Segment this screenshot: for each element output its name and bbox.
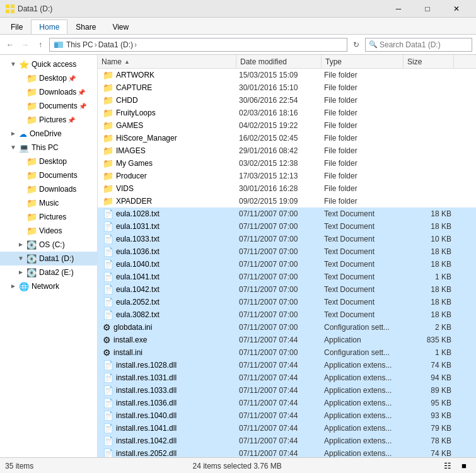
file-size: 18 KB <box>406 209 456 218</box>
file-date: 02/03/2016 18:16 <box>239 108 324 117</box>
col-header-type[interactable]: Type <box>322 55 403 68</box>
nav-downloads-quick[interactable]: 📁 Downloads 📌 <box>0 85 97 99</box>
file-name-cell: 📄 eula.1031.txt <box>100 221 239 231</box>
view-controls: ☷ ■ <box>441 459 471 473</box>
table-row[interactable]: 📁 Producer 17/03/2015 12:13 File folder <box>98 170 476 182</box>
table-row[interactable]: 📁 CHDD 30/06/2016 22:54 File folder <box>98 94 476 107</box>
table-row[interactable]: 📄 eula.1028.txt 07/11/2007 07:00 Text Do… <box>98 207 476 220</box>
table-row[interactable]: 📁 FruityLoops 02/03/2016 18:16 File fold… <box>98 107 476 119</box>
column-headers: Name ▲ Date modified Type Size <box>98 55 476 69</box>
file-icon: 📄 <box>103 221 113 231</box>
drive-icon: 💽 <box>26 240 37 250</box>
svg-rect-3 <box>11 9 15 13</box>
nav-documents-quick[interactable]: 📁 Documents 📌 <box>0 99 97 113</box>
nav-desktop-quick[interactable]: 📁 Desktop 📌 <box>0 71 97 85</box>
file-name-cell: 📁 XPADDER <box>100 196 239 206</box>
main-layout: ▼ ⭐ Quick access 📁 Desktop 📌 📁 Downloads… <box>0 55 476 457</box>
up-button[interactable]: ↑ <box>34 38 47 51</box>
file-type: Application extens... <box>324 361 406 370</box>
nav-onedrive[interactable]: ► ☁ OneDrive <box>0 127 97 141</box>
table-row[interactable]: ⚙ install.exe 07/11/2007 07:44 Applicati… <box>98 334 476 346</box>
table-row[interactable]: 📄 install.res.1041.dll 07/11/2007 07:44 … <box>98 422 476 435</box>
file-type: Application <box>324 336 406 344</box>
large-icons-view-button[interactable]: ■ <box>457 459 471 473</box>
table-row[interactable]: 📁 My Games 03/02/2015 12:38 File folder <box>98 157 476 170</box>
table-row[interactable]: 📄 eula.3082.txt 07/11/2007 07:00 Text Do… <box>98 308 476 321</box>
table-row[interactable]: 📄 install.res.1042.dll 07/11/2007 07:44 … <box>98 435 476 447</box>
table-row[interactable]: 📁 XPADDER 09/02/2015 19:09 File folder <box>98 195 476 207</box>
file-name: eula.1033.txt <box>116 235 160 243</box>
table-row[interactable]: 📄 install.res.1040.dll 07/11/2007 07:44 … <box>98 409 476 422</box>
table-row[interactable]: 📁 GAMES 04/02/2015 19:22 File folder <box>98 119 476 132</box>
file-icon: 📄 <box>103 310 113 320</box>
expand-icon <box>18 172 25 179</box>
nav-pictures-pc[interactable]: 📁 Pictures <box>0 210 97 224</box>
back-button[interactable]: ← <box>4 38 16 51</box>
table-row[interactable]: ⚙ install.ini 07/11/2007 07:00 Configura… <box>98 346 476 359</box>
file-size: 18 KB <box>406 247 456 256</box>
nav-downloads-pc[interactable]: 📁 Downloads <box>0 182 97 196</box>
tab-home[interactable]: Home <box>31 20 67 34</box>
nav-videos[interactable]: 📁 Videos <box>0 224 97 238</box>
file-name: eula.2052.txt <box>116 298 160 307</box>
path-data1: Data1 (D:) <box>98 40 133 49</box>
table-row[interactable]: 📁 ARTWORK 15/03/2015 15:09 File folder <box>98 69 476 81</box>
table-row[interactable]: 📄 install.res.1033.dll 07/11/2007 07:44 … <box>98 384 476 397</box>
expand-icon <box>18 158 25 165</box>
nav-music[interactable]: 📁 Music <box>0 196 97 210</box>
expand-icon: ► <box>10 130 18 137</box>
nav-drive-e[interactable]: ► 💽 Data2 (E:) <box>0 266 97 279</box>
table-row[interactable]: 📄 eula.2052.txt 07/11/2007 07:00 Text Do… <box>98 296 476 308</box>
table-row[interactable]: 📄 eula.1042.txt 07/11/2007 07:00 Text Do… <box>98 283 476 296</box>
nav-documents-pc[interactable]: 📁 Documents <box>0 168 97 182</box>
table-row[interactable]: 📁 VIDS 30/01/2016 16:28 File folder <box>98 182 476 195</box>
file-size: 835 KB <box>406 336 456 344</box>
search-input[interactable] <box>365 38 472 52</box>
table-row[interactable]: 📄 install.res.1028.dll 07/11/2007 07:44 … <box>98 359 476 371</box>
file-type: Configuration sett... <box>324 323 406 332</box>
table-row[interactable]: 📄 eula.1041.txt 07/11/2007 07:00 Text Do… <box>98 271 476 283</box>
nav-network[interactable]: ► 🌐 Network <box>0 279 97 293</box>
file-name-cell: 📁 GAMES <box>100 120 239 131</box>
nav-thispc[interactable]: ▼ 💻 This PC <box>0 141 97 155</box>
col-header-date[interactable]: Date modified <box>236 55 322 68</box>
table-row[interactable]: 📄 install.res.2052.dll 07/11/2007 07:44 … <box>98 447 476 457</box>
nav-pictures-quick[interactable]: 📁 Pictures 📌 <box>0 113 97 127</box>
table-row[interactable]: 📄 install.res.1031.dll 07/11/2007 07:44 … <box>98 371 476 384</box>
table-row[interactable]: 📄 eula.1033.txt 07/11/2007 07:00 Text Do… <box>98 233 476 245</box>
col-header-name[interactable]: Name ▲ <box>98 55 236 68</box>
minimize-button[interactable]: ─ <box>384 0 413 18</box>
file-size: 18 KB <box>406 222 456 231</box>
table-row[interactable]: 📁 IMAGES 29/01/2016 08:42 File folder <box>98 144 476 157</box>
table-row[interactable]: ⚙ globdata.ini 07/11/2007 07:00 Configur… <box>98 321 476 334</box>
file-date: 07/11/2007 07:00 <box>239 209 324 218</box>
pin-icon: 📌 <box>67 117 75 124</box>
close-button[interactable]: ✕ <box>442 0 471 18</box>
refresh-button[interactable]: ↻ <box>350 38 363 51</box>
col-header-size[interactable]: Size <box>403 55 454 68</box>
file-list[interactable]: 📁 ARTWORK 15/03/2015 15:09 File folder 📁… <box>98 69 476 457</box>
table-row[interactable]: 📄 eula.1040.txt 07/11/2007 07:00 Text Do… <box>98 258 476 271</box>
table-row[interactable]: 📄 eula.1031.txt 07/11/2007 07:00 Text Do… <box>98 220 476 233</box>
tab-share[interactable]: Share <box>67 20 104 34</box>
expand-icon <box>18 88 25 96</box>
nav-drive-d[interactable]: ▼ 💽 Data1 (D:) <box>0 252 97 266</box>
forward-button[interactable]: → <box>19 38 32 51</box>
nav-drive-c[interactable]: ► 💽 OS (C:) <box>0 238 97 252</box>
file-name-cell: 📄 install.res.1041.dll <box>100 423 239 433</box>
table-row[interactable]: 📁 HiScore_Manager 16/02/2015 02:45 File … <box>98 132 476 144</box>
table-row[interactable]: 📁 CAPTURE 30/01/2016 15:10 File folder <box>98 81 476 94</box>
nav-desktop-pc[interactable]: 📁 Desktop <box>0 155 97 168</box>
nav-quick-access[interactable]: ▼ ⭐ Quick access <box>0 57 97 71</box>
details-view-button[interactable]: ☷ <box>441 459 455 473</box>
nav-label: Pictures <box>39 115 66 124</box>
maximize-button[interactable]: □ <box>413 0 442 18</box>
table-row[interactable]: 📄 install.res.1036.dll 07/11/2007 07:44 … <box>98 397 476 409</box>
tab-view[interactable]: View <box>104 20 137 34</box>
computer-icon: 💻 <box>19 143 29 153</box>
address-path[interactable]: This PC › Data1 (D:) › <box>49 38 347 52</box>
expand-icon <box>18 213 25 221</box>
file-type: File folder <box>324 108 406 117</box>
tab-file[interactable]: File <box>3 20 31 34</box>
table-row[interactable]: 📄 eula.1036.txt 07/11/2007 07:00 Text Do… <box>98 245 476 258</box>
